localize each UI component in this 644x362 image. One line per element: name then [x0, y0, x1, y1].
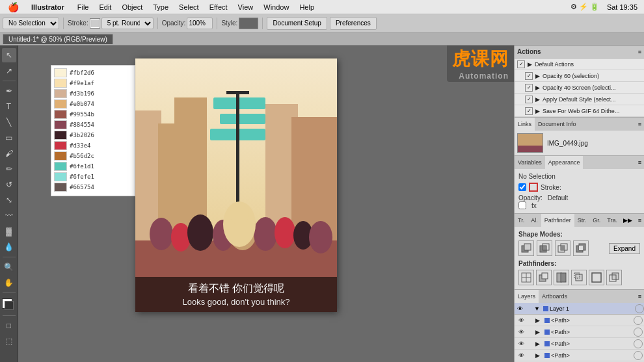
minus-front-btn[interactable] [537, 240, 552, 256]
swatch-1[interactable] [54, 79, 67, 88]
unite-btn[interactable] [518, 240, 534, 256]
warp-tool[interactable]: 〰 [2, 209, 16, 223]
menu-window[interactable]: Window [258, 0, 294, 14]
actions-expand-0[interactable]: ▶ [528, 61, 532, 68]
actions-check-3[interactable]: ✓ [525, 96, 533, 103]
item-3-eye[interactable]: 👁 [516, 350, 526, 361]
menu-view[interactable]: View [233, 0, 259, 14]
menu-select[interactable]: Select [174, 0, 204, 14]
item-0-circle[interactable] [634, 316, 643, 325]
menu-object[interactable]: Object [116, 0, 148, 14]
crop-btn[interactable] [571, 270, 587, 285]
actions-check-1[interactable]: ✓ [525, 72, 533, 80]
trim-btn[interactable] [536, 270, 552, 285]
actions-expand-2[interactable]: ▶ [535, 84, 540, 91]
item-3-expand[interactable]: ▶ [535, 352, 543, 359]
fx-checkbox[interactable] [518, 201, 526, 209]
app-name[interactable]: Illustrator [26, 0, 70, 14]
shape-tool[interactable]: ▭ [2, 131, 16, 145]
stroke-color-icon[interactable] [529, 183, 538, 192]
document-info-tab[interactable]: Document Info [535, 118, 580, 131]
actions-expand-4[interactable]: ▶ [535, 108, 540, 114]
fill-swatch[interactable] [2, 298, 16, 313]
actions-expand-1[interactable]: ▶ [535, 73, 540, 79]
appearance-more[interactable]: ≡ [636, 159, 644, 166]
menu-type[interactable]: Type [148, 0, 174, 14]
gradient-tab[interactable]: Gr. [589, 214, 604, 227]
merge-btn[interactable] [554, 270, 569, 285]
menu-file[interactable]: File [72, 0, 94, 14]
item-2-circle[interactable] [634, 339, 643, 348]
layer-1-circle[interactable] [635, 304, 644, 313]
actions-expand-3[interactable]: ▶ [535, 96, 540, 103]
text-tool[interactable]: T [2, 99, 16, 114]
scale-tool[interactable]: ⤡ [2, 193, 16, 207]
menu-help[interactable]: Help [294, 0, 319, 14]
gradient-tool[interactable]: ▓ [2, 224, 16, 239]
item-1-eye[interactable]: 👁 [516, 327, 526, 337]
swatch-4[interactable] [54, 110, 67, 119]
swatch-0[interactable] [54, 68, 67, 77]
swatch-5[interactable] [54, 120, 67, 129]
links-tab[interactable]: Links [515, 118, 535, 131]
swatch-10[interactable] [54, 172, 67, 181]
preferences-button[interactable]: Preferences [330, 17, 377, 30]
paintbrush-tool[interactable]: 🖌 [2, 146, 16, 161]
item-0-expand[interactable]: ▶ [535, 317, 543, 324]
item-2-eye[interactable]: 👁 [516, 339, 526, 349]
stroke-tab[interactable]: Str. [574, 214, 590, 227]
intersect-btn[interactable] [555, 240, 570, 256]
layers-more[interactable]: ≡ [636, 293, 644, 300]
stroke-width-select[interactable]: 5 pt. Round [101, 18, 154, 29]
hand-tool[interactable]: ✋ [2, 276, 16, 290]
actions-close[interactable]: ≡ [638, 49, 641, 55]
document-tab[interactable]: Untitled-1* @ 50% (RGB/Preview) [3, 34, 113, 44]
transform-tab[interactable]: Tr. [515, 214, 528, 227]
stroke-checkbox[interactable] [518, 183, 526, 191]
item-3-circle[interactable] [634, 351, 643, 360]
item-0-eye[interactable]: 👁 [516, 315, 526, 326]
stroke-color-swatch[interactable] [90, 18, 100, 29]
eyedropper-tool[interactable]: 💧 [2, 240, 16, 254]
artboard-tool[interactable]: ⬚ [2, 334, 16, 348]
divide-btn[interactable] [518, 270, 534, 285]
actions-check-0[interactable]: ✓ [517, 60, 525, 68]
actions-check-4[interactable]: ✓ [525, 107, 533, 115]
pathfinder-more[interactable]: ▶▶ [621, 217, 635, 224]
swatch-2[interactable] [54, 89, 67, 98]
document-setup-button[interactable]: Document Setup [267, 17, 327, 30]
swatch-7[interactable] [54, 141, 67, 150]
line-tool[interactable]: ╲ [2, 115, 16, 129]
actions-check-2[interactable]: ✓ [525, 84, 533, 92]
align-tab[interactable]: Al. [528, 214, 541, 227]
pathfinder-menu[interactable]: ≡ [636, 217, 644, 224]
rotate-tool[interactable]: ↺ [2, 177, 16, 192]
menu-edit[interactable]: Edit [94, 0, 116, 14]
swatch-11[interactable] [54, 183, 67, 192]
links-more[interactable]: ≡ [636, 121, 644, 127]
layer-1-expand[interactable]: ▼ [534, 305, 542, 312]
layer-1-eye[interactable]: 👁 [515, 304, 525, 314]
transparency-tab[interactable]: Tra. [604, 214, 621, 227]
swatch-6[interactable] [54, 131, 67, 140]
layers-tab[interactable]: Layers [515, 290, 539, 303]
normal-mode[interactable]: □ [2, 318, 16, 333]
expand-button[interactable]: Expand [609, 243, 640, 254]
pencil-tool[interactable]: ✏ [2, 162, 16, 176]
selection-tool[interactable]: ↖ [2, 48, 16, 62]
menu-effect[interactable]: Effect [204, 0, 233, 14]
item-1-circle[interactable] [634, 328, 643, 337]
style-swatch[interactable] [239, 18, 258, 29]
exclude-btn[interactable] [573, 240, 589, 256]
swatch-9[interactable] [54, 162, 67, 171]
artboards-tab[interactable]: Artboards [539, 290, 570, 303]
swatch-3[interactable] [54, 99, 67, 109]
pathfinder-tab[interactable]: Pathfinder [541, 214, 574, 227]
selection-dropdown[interactable]: No Selection [3, 18, 59, 29]
swatch-8[interactable] [54, 151, 67, 161]
canvas-area[interactable]: #fbf2d6 #f9e1af #d3b196 #e0b074 #99554b … [18, 45, 514, 362]
opacity-input[interactable] [187, 18, 213, 29]
pen-tool[interactable]: ✒ [2, 84, 16, 98]
variables-tab[interactable]: Variables [515, 156, 545, 169]
appearance-tab[interactable]: Appearance [545, 156, 584, 169]
